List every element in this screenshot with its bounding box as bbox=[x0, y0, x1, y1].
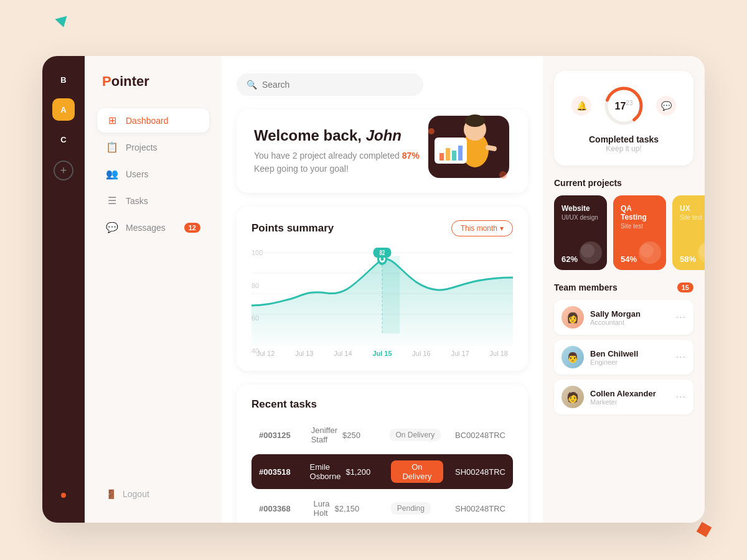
ct-total: 23 bbox=[626, 100, 632, 106]
avatar-sally: 👩 bbox=[561, 306, 584, 329]
task-row-highlighted: #003518 Emile Osborne $1,200 On Delivery… bbox=[251, 454, 513, 489]
right-panel: 🔔 1723 💬 Completed tasks Keep it up! Cur… bbox=[543, 56, 705, 523]
logout-icon: 🚪 bbox=[106, 489, 116, 499]
deco-square-icon bbox=[697, 522, 712, 538]
sidebar-nav: Pointer ⊞ Dashboard 📋 Projects 👥 Users ☰… bbox=[85, 56, 222, 523]
nav-item-dashboard[interactable]: ⊞ Dashboard bbox=[97, 108, 209, 133]
task-code: BC00248TRC bbox=[446, 431, 505, 440]
chevron-down-icon: ▾ bbox=[500, 224, 504, 233]
welcome-name: John bbox=[366, 127, 402, 144]
app-logo: Pointer bbox=[97, 73, 209, 90]
main-container: B A C + Pointer ⊞ Dashboard 📋 Projects 👥… bbox=[42, 56, 705, 523]
project-card-website[interactable]: Website UI/UX design 62% bbox=[554, 195, 607, 270]
sidebar-dot-c[interactable]: C bbox=[52, 128, 75, 151]
logout-label: Logout bbox=[123, 489, 149, 499]
tasks-icon: ☰ bbox=[106, 195, 118, 207]
svg-rect-7 bbox=[439, 153, 444, 161]
project-title-website: Website bbox=[561, 204, 599, 213]
logo-p: P bbox=[102, 73, 111, 89]
nav-label-dashboard: Dashboard bbox=[126, 116, 169, 126]
deco-triangle-icon bbox=[55, 16, 69, 29]
member-role-ben: Engineer bbox=[590, 358, 670, 366]
task-id: #003125 bbox=[259, 431, 306, 440]
project-title-ux: UX bbox=[680, 204, 705, 213]
member-options-sally[interactable]: ··· bbox=[676, 312, 686, 323]
task-status: On Delivery bbox=[388, 429, 441, 441]
svg-point-3 bbox=[465, 114, 485, 127]
task-name-highlighted: Emile Osborne bbox=[310, 462, 341, 481]
avatar-collen: 🧑 bbox=[561, 386, 584, 408]
project-percent-website: 62% bbox=[561, 254, 578, 264]
month-filter-button[interactable]: This month ▾ bbox=[451, 220, 513, 236]
dashboard-icon: ⊞ bbox=[106, 114, 118, 126]
chart-x-labels: Jul 12 Jul 13 Jul 14 Jul 15 Jul 16 Jul 1… bbox=[251, 346, 513, 357]
search-icon: 🔍 bbox=[247, 80, 257, 90]
points-chart: 82 bbox=[251, 246, 513, 346]
svg-point-11 bbox=[428, 128, 435, 134]
project-percent-qa: 54% bbox=[621, 254, 637, 264]
nav-item-messages[interactable]: 💬 Messages 12 bbox=[97, 215, 209, 240]
svg-rect-10 bbox=[458, 146, 463, 161]
task-row: #003125 Jeniffer Staff $250 On Delivery … bbox=[251, 419, 513, 450]
project-percent-ux: 58% bbox=[680, 254, 696, 264]
team-member-sally: 👩 Sally Morgan Accountant ··· bbox=[554, 300, 693, 335]
task-status-highlighted: On Delivery bbox=[391, 460, 443, 483]
svg-text:82: 82 bbox=[380, 250, 385, 256]
nav-item-projects[interactable]: 📋 Projects bbox=[97, 135, 209, 159]
ct-circle: 1723 bbox=[601, 83, 646, 128]
nav-item-users[interactable]: 👥 Users bbox=[97, 162, 209, 186]
projects-icon: 📋 bbox=[106, 141, 118, 153]
current-projects-title: Current projects bbox=[554, 178, 693, 188]
member-info-collen: Collen Alexander Marketer bbox=[590, 389, 670, 406]
nav-label-users: Users bbox=[126, 169, 149, 179]
task-code-3: SH00248TRC bbox=[444, 504, 505, 513]
member-role-collen: Marketer bbox=[590, 398, 670, 406]
task-id-3: #003368 bbox=[259, 504, 309, 513]
project-card-qa[interactable]: QA Testing Site test 54% bbox=[613, 195, 666, 270]
ct-sublabel: Keep it up! bbox=[566, 144, 681, 153]
sidebar-add-button[interactable]: + bbox=[54, 161, 73, 180]
welcome-illustration bbox=[416, 110, 515, 184]
task-name-3: Lura Holt bbox=[314, 499, 330, 518]
completed-tasks-widget: 🔔 1723 💬 Completed tasks Keep it up! bbox=[554, 71, 693, 166]
month-label: This month bbox=[461, 224, 497, 233]
sidebar-dark: B A C + bbox=[42, 56, 85, 523]
logout-button[interactable]: 🚪 Logout bbox=[97, 483, 209, 505]
member-options-collen[interactable]: ··· bbox=[676, 391, 686, 403]
svg-point-12 bbox=[499, 171, 507, 179]
task-name: Jeniffer Staff bbox=[311, 426, 337, 444]
project-deco-4 bbox=[640, 244, 654, 258]
svg-rect-9 bbox=[452, 151, 456, 161]
project-title-qa: QA Testing bbox=[621, 204, 659, 222]
task-code-highlighted: SH00248TRC bbox=[448, 467, 505, 477]
bell-icon: 🔔 bbox=[571, 96, 591, 116]
project-sub-website: UI/UX design bbox=[561, 214, 599, 221]
nav-item-tasks[interactable]: ☰ Tasks bbox=[97, 189, 209, 213]
member-options-ben[interactable]: ··· bbox=[676, 352, 686, 363]
project-card-ux[interactable]: UX Site test 58% bbox=[672, 195, 705, 270]
welcome-greeting: Welcome back, bbox=[254, 127, 366, 144]
project-sub-qa: Site test bbox=[621, 223, 659, 230]
sidebar-dot-b[interactable]: B bbox=[52, 68, 75, 91]
points-card: Points summary This month ▾ 100 80 60 40 bbox=[237, 207, 528, 371]
member-name-sally: Sally Morgan bbox=[590, 309, 670, 319]
search-bar: 🔍 bbox=[237, 73, 423, 96]
nav-label-tasks: Tasks bbox=[126, 196, 148, 206]
member-name-collen: Collen Alexander bbox=[590, 389, 670, 398]
task-amount-3: $2,150 bbox=[335, 504, 378, 513]
avatar-ben: 👨 bbox=[561, 346, 584, 368]
main-content: 🔍 Welcome back, John You have 2 project … bbox=[222, 56, 543, 523]
ct-label: Completed tasks bbox=[566, 134, 681, 144]
project-sub-ux: Site test bbox=[680, 214, 705, 221]
nav-label-messages: Messages bbox=[126, 223, 166, 233]
team-members-title: Team members 15 bbox=[554, 282, 693, 292]
sidebar-dot-a[interactable]: A bbox=[52, 98, 75, 121]
team-member-ben: 👨 Ben Chilwell Engineer ··· bbox=[554, 340, 693, 375]
points-title: Points summary bbox=[251, 222, 334, 235]
search-input[interactable] bbox=[262, 80, 413, 90]
task-row-3: #003368 Lura Holt $2,150 Pending SH00248… bbox=[251, 493, 513, 523]
tasks-title: Recent tasks bbox=[251, 398, 513, 411]
member-role-sally: Accountant bbox=[590, 319, 670, 326]
tasks-card: Recent tasks #003125 Jeniffer Staff $250… bbox=[237, 385, 528, 523]
task-status-3: Pending bbox=[383, 502, 438, 515]
